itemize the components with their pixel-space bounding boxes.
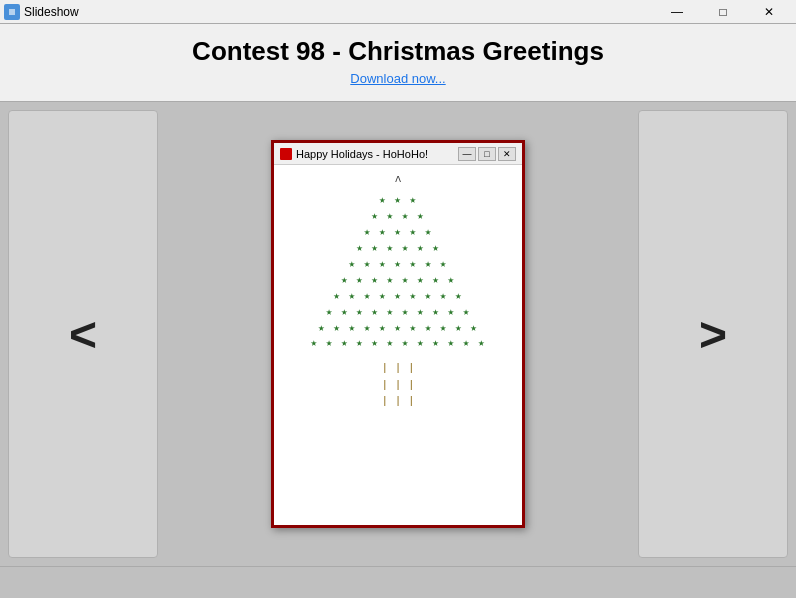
inner-maximize-btn[interactable]: □	[478, 147, 496, 161]
title-bar-left: Slideshow	[4, 4, 79, 20]
tree-row: ★ ★ ★ ★ ★ ★ ★ ★	[310, 273, 485, 289]
trunk-row: | | |	[381, 393, 414, 410]
tree-content: ^ ★ ★ ★★ ★ ★ ★★ ★ ★ ★ ★★ ★ ★ ★ ★ ★★ ★ ★ …	[274, 165, 522, 525]
prev-button[interactable]: <	[8, 110, 158, 558]
bottom-bar	[0, 566, 796, 598]
tree-row: ★ ★ ★	[310, 193, 485, 209]
tree-row: ★ ★ ★ ★ ★ ★ ★ ★ ★	[310, 289, 485, 305]
tree-row: ★ ★ ★ ★ ★ ★ ★ ★ ★ ★	[310, 305, 485, 321]
tree-top: ^	[394, 173, 401, 191]
title-bar: Slideshow — □ ✕	[0, 0, 796, 24]
next-button[interactable]: >	[638, 110, 788, 558]
svg-rect-1	[9, 9, 15, 15]
trunk-rows: | | || | || | |	[381, 360, 414, 410]
slide-area: Happy Holidays - HoHoHo! — □ ✕ ^ ★ ★ ★★ …	[166, 102, 630, 566]
app-icon	[4, 4, 20, 20]
inner-titlebar: Happy Holidays - HoHoHo! — □ ✕	[274, 143, 522, 165]
trunk-row: | | |	[381, 377, 414, 394]
contest-title: Contest 98 - Christmas Greetings	[20, 36, 776, 67]
header: Contest 98 - Christmas Greetings Downloa…	[0, 24, 796, 102]
inner-close-btn[interactable]: ✕	[498, 147, 516, 161]
tree-row: ★ ★ ★ ★ ★ ★	[310, 241, 485, 257]
app-title: Slideshow	[24, 5, 79, 19]
download-link[interactable]: Download now...	[350, 71, 445, 86]
title-bar-controls: — □ ✕	[654, 0, 792, 24]
inner-minimize-btn[interactable]: —	[458, 147, 476, 161]
tree-row: ★ ★ ★ ★ ★ ★ ★	[310, 257, 485, 273]
maximize-button[interactable]: □	[700, 0, 746, 24]
inner-window: Happy Holidays - HoHoHo! — □ ✕ ^ ★ ★ ★★ …	[271, 140, 525, 528]
tree-rows: ★ ★ ★★ ★ ★ ★★ ★ ★ ★ ★★ ★ ★ ★ ★ ★★ ★ ★ ★ …	[310, 193, 485, 352]
close-button[interactable]: ✕	[746, 0, 792, 24]
inner-window-title: Happy Holidays - HoHoHo!	[296, 148, 454, 160]
inner-app-icon	[280, 148, 292, 160]
tree-row: ★ ★ ★ ★ ★	[310, 225, 485, 241]
minimize-button[interactable]: —	[654, 0, 700, 24]
main-area: < Happy Holidays - HoHoHo! — □ ✕ ^ ★ ★ ★…	[0, 102, 796, 566]
tree-row: ★ ★ ★ ★ ★ ★ ★ ★ ★ ★ ★	[310, 321, 485, 337]
tree-row: ★ ★ ★ ★	[310, 209, 485, 225]
inner-controls: — □ ✕	[458, 147, 516, 161]
tree-row: ★ ★ ★ ★ ★ ★ ★ ★ ★ ★ ★ ★	[310, 336, 485, 352]
trunk-row: | | |	[381, 360, 414, 377]
